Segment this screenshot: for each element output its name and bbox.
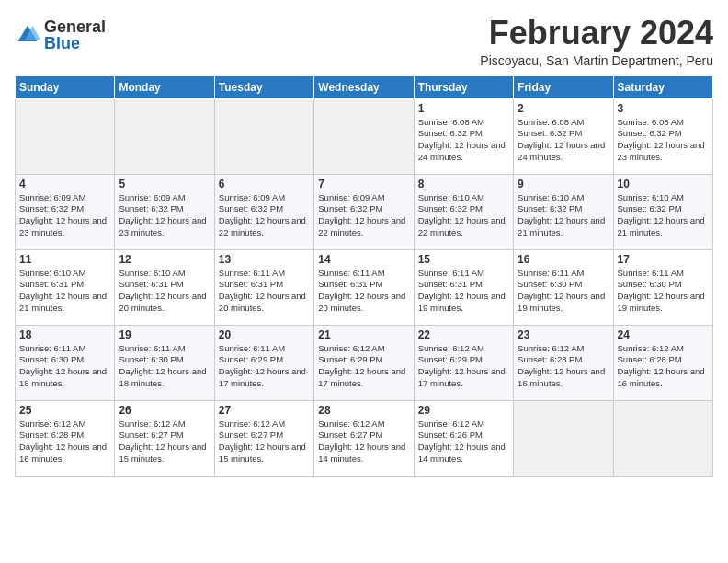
calendar-table: SundayMondayTuesdayWednesdayThursdayFrid… xyxy=(15,75,713,477)
day-number: 26 xyxy=(119,404,210,417)
day-number: 7 xyxy=(318,178,409,190)
day-number: 24 xyxy=(618,328,709,341)
calendar-day-cell: 9Sunrise: 6:10 AM Sunset: 6:32 PM Daylig… xyxy=(514,174,613,249)
calendar-day-cell: 10Sunrise: 6:10 AM Sunset: 6:32 PM Dayli… xyxy=(613,174,712,249)
day-of-week-header: Friday xyxy=(514,75,613,98)
calendar-day-cell: 19Sunrise: 6:11 AM Sunset: 6:30 PM Dayli… xyxy=(115,325,214,400)
calendar-week-row: 18Sunrise: 6:11 AM Sunset: 6:30 PM Dayli… xyxy=(16,325,713,400)
title-block: February 2024 Piscoyacu, San Martin Depa… xyxy=(480,15,713,68)
day-info: Sunrise: 6:11 AM Sunset: 6:31 PM Dayligh… xyxy=(318,268,409,315)
calendar-week-row: 25Sunrise: 6:12 AM Sunset: 6:28 PM Dayli… xyxy=(16,400,713,476)
day-of-week-header: Thursday xyxy=(414,75,513,98)
calendar-day-cell: 16Sunrise: 6:11 AM Sunset: 6:30 PM Dayli… xyxy=(514,249,613,325)
month-year-title: February 2024 xyxy=(480,15,713,52)
calendar-day-cell xyxy=(16,98,115,174)
day-info: Sunrise: 6:12 AM Sunset: 6:28 PM Dayligh… xyxy=(618,343,709,390)
day-number: 28 xyxy=(318,404,409,417)
day-number: 5 xyxy=(119,178,210,190)
day-number: 21 xyxy=(318,328,409,341)
day-number: 11 xyxy=(19,253,110,266)
day-number: 19 xyxy=(119,328,210,341)
calendar-day-cell: 20Sunrise: 6:11 AM Sunset: 6:29 PM Dayli… xyxy=(214,325,313,400)
calendar-day-cell: 4Sunrise: 6:09 AM Sunset: 6:32 PM Daylig… xyxy=(16,174,115,249)
calendar-day-cell: 26Sunrise: 6:12 AM Sunset: 6:27 PM Dayli… xyxy=(115,400,214,476)
day-info: Sunrise: 6:11 AM Sunset: 6:30 PM Dayligh… xyxy=(19,343,110,390)
day-info: Sunrise: 6:12 AM Sunset: 6:29 PM Dayligh… xyxy=(318,343,409,390)
logo-blue: Blue xyxy=(44,34,80,52)
day-number: 10 xyxy=(618,178,709,190)
logo-general: General xyxy=(44,17,106,36)
calendar-week-row: 1Sunrise: 6:08 AM Sunset: 6:32 PM Daylig… xyxy=(16,98,713,174)
day-of-week-header: Monday xyxy=(115,75,214,98)
calendar-header: SundayMondayTuesdayWednesdayThursdayFrid… xyxy=(16,75,713,98)
day-number: 16 xyxy=(518,253,609,266)
day-info: Sunrise: 6:11 AM Sunset: 6:31 PM Dayligh… xyxy=(219,268,310,315)
day-of-week-header: Saturday xyxy=(613,75,712,98)
day-info: Sunrise: 6:09 AM Sunset: 6:32 PM Dayligh… xyxy=(318,192,409,239)
day-info: Sunrise: 6:09 AM Sunset: 6:32 PM Dayligh… xyxy=(19,192,110,239)
days-of-week-row: SundayMondayTuesdayWednesdayThursdayFrid… xyxy=(16,75,713,98)
header: General Blue February 2024 Piscoyacu, Sa… xyxy=(15,15,713,68)
calendar-day-cell: 15Sunrise: 6:11 AM Sunset: 6:31 PM Dayli… xyxy=(414,249,513,325)
calendar-day-cell: 8Sunrise: 6:10 AM Sunset: 6:32 PM Daylig… xyxy=(414,174,513,249)
day-info: Sunrise: 6:12 AM Sunset: 6:27 PM Dayligh… xyxy=(119,419,210,465)
day-info: Sunrise: 6:08 AM Sunset: 6:32 PM Dayligh… xyxy=(518,117,609,164)
day-number: 12 xyxy=(119,253,210,266)
day-info: Sunrise: 6:11 AM Sunset: 6:30 PM Dayligh… xyxy=(119,343,210,390)
calendar-day-cell xyxy=(314,98,414,174)
calendar-day-cell: 6Sunrise: 6:09 AM Sunset: 6:32 PM Daylig… xyxy=(214,174,313,249)
day-info: Sunrise: 6:12 AM Sunset: 6:27 PM Dayligh… xyxy=(318,419,409,465)
day-number: 9 xyxy=(518,178,609,190)
day-info: Sunrise: 6:12 AM Sunset: 6:29 PM Dayligh… xyxy=(418,343,509,390)
day-info: Sunrise: 6:09 AM Sunset: 6:32 PM Dayligh… xyxy=(119,192,210,239)
calendar-body: 1Sunrise: 6:08 AM Sunset: 6:32 PM Daylig… xyxy=(16,98,713,476)
day-number: 22 xyxy=(418,328,509,341)
day-number: 6 xyxy=(219,178,310,190)
day-info: Sunrise: 6:11 AM Sunset: 6:30 PM Dayligh… xyxy=(618,268,709,315)
day-info: Sunrise: 6:08 AM Sunset: 6:32 PM Dayligh… xyxy=(418,117,509,164)
day-number: 29 xyxy=(418,404,509,417)
day-number: 20 xyxy=(219,328,310,341)
day-number: 4 xyxy=(19,178,110,190)
day-info: Sunrise: 6:11 AM Sunset: 6:29 PM Dayligh… xyxy=(219,343,310,390)
day-info: Sunrise: 6:10 AM Sunset: 6:32 PM Dayligh… xyxy=(418,192,509,239)
calendar-day-cell: 13Sunrise: 6:11 AM Sunset: 6:31 PM Dayli… xyxy=(214,249,313,325)
day-info: Sunrise: 6:11 AM Sunset: 6:30 PM Dayligh… xyxy=(518,268,609,315)
calendar-day-cell: 7Sunrise: 6:09 AM Sunset: 6:32 PM Daylig… xyxy=(314,174,414,249)
day-info: Sunrise: 6:12 AM Sunset: 6:28 PM Dayligh… xyxy=(19,419,110,465)
day-info: Sunrise: 6:09 AM Sunset: 6:32 PM Dayligh… xyxy=(219,192,310,239)
calendar-day-cell: 23Sunrise: 6:12 AM Sunset: 6:28 PM Dayli… xyxy=(514,325,613,400)
day-of-week-header: Sunday xyxy=(16,75,115,98)
calendar-day-cell: 14Sunrise: 6:11 AM Sunset: 6:31 PM Dayli… xyxy=(314,249,414,325)
calendar-day-cell: 3Sunrise: 6:08 AM Sunset: 6:32 PM Daylig… xyxy=(613,98,712,174)
day-number: 8 xyxy=(418,178,509,190)
calendar-day-cell: 18Sunrise: 6:11 AM Sunset: 6:30 PM Dayli… xyxy=(16,325,115,400)
day-number: 3 xyxy=(618,102,709,115)
day-info: Sunrise: 6:10 AM Sunset: 6:31 PM Dayligh… xyxy=(19,268,110,315)
logo-text: General Blue xyxy=(44,18,106,52)
calendar-day-cell: 12Sunrise: 6:10 AM Sunset: 6:31 PM Dayli… xyxy=(115,249,214,325)
day-info: Sunrise: 6:10 AM Sunset: 6:31 PM Dayligh… xyxy=(119,268,210,315)
calendar-day-cell: 22Sunrise: 6:12 AM Sunset: 6:29 PM Dayli… xyxy=(414,325,513,400)
calendar-day-cell xyxy=(115,98,214,174)
day-info: Sunrise: 6:12 AM Sunset: 6:26 PM Dayligh… xyxy=(418,419,509,465)
logo-icon xyxy=(15,22,40,48)
day-number: 2 xyxy=(518,102,609,115)
day-number: 25 xyxy=(19,404,110,417)
calendar-day-cell: 25Sunrise: 6:12 AM Sunset: 6:28 PM Dayli… xyxy=(16,400,115,476)
day-info: Sunrise: 6:08 AM Sunset: 6:32 PM Dayligh… xyxy=(618,117,709,164)
day-number: 18 xyxy=(19,328,110,341)
location-subtitle: Piscoyacu, San Martin Department, Peru xyxy=(480,53,713,68)
calendar-day-cell xyxy=(514,400,613,476)
logo: General Blue xyxy=(15,18,106,52)
calendar-week-row: 11Sunrise: 6:10 AM Sunset: 6:31 PM Dayli… xyxy=(16,249,713,325)
calendar-day-cell: 24Sunrise: 6:12 AM Sunset: 6:28 PM Dayli… xyxy=(613,325,712,400)
day-number: 13 xyxy=(219,253,310,266)
calendar-day-cell: 5Sunrise: 6:09 AM Sunset: 6:32 PM Daylig… xyxy=(115,174,214,249)
day-info: Sunrise: 6:11 AM Sunset: 6:31 PM Dayligh… xyxy=(418,268,509,315)
day-number: 27 xyxy=(219,404,310,417)
day-info: Sunrise: 6:10 AM Sunset: 6:32 PM Dayligh… xyxy=(518,192,609,239)
day-number: 15 xyxy=(418,253,509,266)
day-number: 14 xyxy=(318,253,409,266)
day-number: 17 xyxy=(618,253,709,266)
